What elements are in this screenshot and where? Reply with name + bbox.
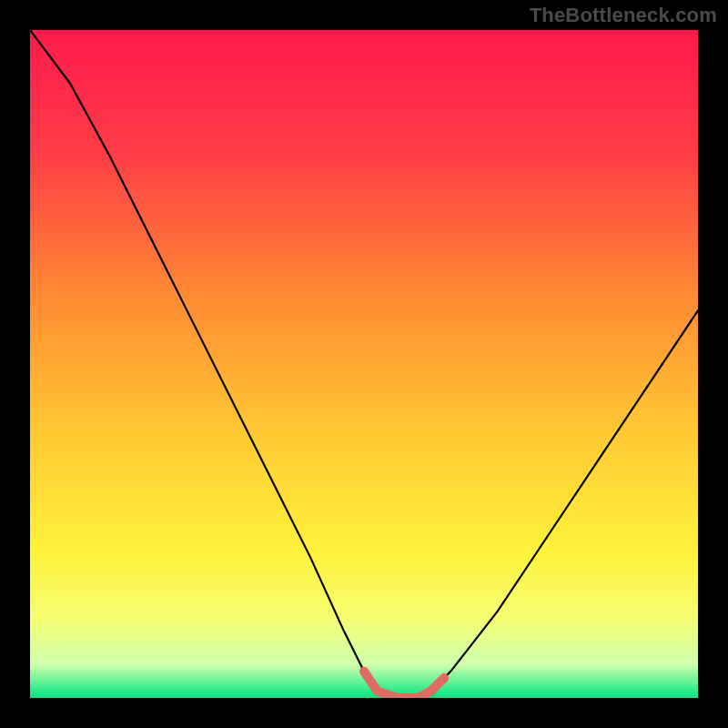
highlight-flat-segment bbox=[364, 672, 444, 698]
bottleneck-curve-path bbox=[30, 30, 698, 698]
curve-layer bbox=[30, 30, 698, 698]
watermark-text: TheBottleneck.com bbox=[530, 4, 717, 27]
chart-frame: TheBottleneck.com bbox=[0, 0, 728, 728]
plot-area bbox=[30, 30, 698, 698]
